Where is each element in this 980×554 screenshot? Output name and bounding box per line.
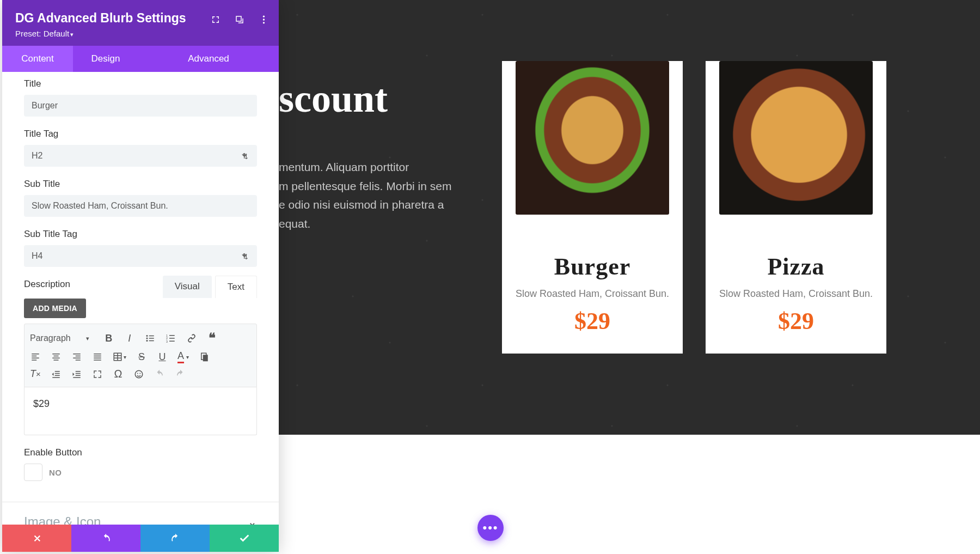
svg-rect-43 <box>76 375 81 376</box>
title-tag-select[interactable]: H2 ⇅ <box>24 145 257 167</box>
svg-rect-21 <box>52 358 60 359</box>
svg-rect-24 <box>76 356 81 357</box>
card-subtitle: Slow Roasted Ham, Croissant Bun. <box>502 288 683 300</box>
add-media-button[interactable]: ADD MEDIA <box>24 299 86 318</box>
svg-rect-12 <box>169 338 175 339</box>
svg-rect-17 <box>32 358 39 359</box>
align-left-icon[interactable] <box>30 352 41 362</box>
svg-rect-27 <box>94 354 101 355</box>
special-char-icon[interactable]: Ω <box>113 368 124 380</box>
section-image-icon[interactable]: Image & Icon ⌄ <box>24 502 257 525</box>
tab-advanced[interactable]: Advanced <box>138 46 279 72</box>
card-title: Burger <box>502 253 683 281</box>
table-icon[interactable]: ▾ <box>113 352 126 362</box>
emoji-icon[interactable] <box>133 369 144 379</box>
underline-icon[interactable]: U <box>157 351 168 363</box>
rich-text-toolbar: Paragraph▾ B I 123 ❝ ▾ S U A▾ T× <box>24 324 257 387</box>
redo-button[interactable] <box>140 525 210 552</box>
more-icon[interactable] <box>258 14 269 25</box>
cancel-button[interactable] <box>2 525 71 552</box>
svg-rect-29 <box>94 358 101 359</box>
food-card[interactable]: Pizza Slow Roasted Ham, Croissant Bun. $… <box>706 61 886 354</box>
subtitle-tag-value: H4 <box>32 251 42 260</box>
svg-rect-39 <box>55 375 60 376</box>
svg-rect-18 <box>32 360 36 361</box>
indent-icon[interactable] <box>71 369 82 379</box>
svg-rect-36 <box>203 355 208 361</box>
svg-rect-41 <box>76 371 81 372</box>
svg-rect-4 <box>149 336 154 337</box>
undo-icon[interactable] <box>154 369 165 379</box>
svg-rect-37 <box>55 371 60 372</box>
align-center-icon[interactable] <box>51 352 62 362</box>
card-price: $29 <box>502 307 683 335</box>
select-caret-icon: ⇅ <box>242 252 248 260</box>
expand-icon[interactable] <box>210 14 221 25</box>
section-title: Image & Icon <box>24 514 101 525</box>
text-color-icon[interactable]: A▾ <box>177 350 189 363</box>
card-row: Burger Slow Roasted Ham, Croissant Bun. … <box>502 61 886 354</box>
panel-body[interactable]: Title Title Tag H2 ⇅ Sub Title Sub Title… <box>2 72 279 525</box>
svg-rect-28 <box>94 356 101 357</box>
select-caret-icon: ⇅ <box>242 152 248 160</box>
svg-point-5 <box>146 338 148 339</box>
svg-rect-30 <box>94 360 101 361</box>
outdent-icon[interactable] <box>51 369 62 379</box>
numbered-list-icon[interactable]: 123 <box>166 333 176 343</box>
link-icon[interactable] <box>186 333 197 343</box>
title-input[interactable] <box>24 95 257 117</box>
card-image <box>719 61 873 215</box>
chevron-down-icon: ⌄ <box>248 515 257 525</box>
card-subtitle: Slow Roasted Ham, Croissant Bun. <box>706 288 886 300</box>
svg-point-1 <box>262 19 264 20</box>
editor-tab-visual[interactable]: Visual <box>163 276 212 298</box>
svg-point-47 <box>139 373 140 374</box>
svg-rect-20 <box>54 356 59 357</box>
responsive-icon[interactable] <box>234 14 245 25</box>
undo-button[interactable] <box>71 525 140 552</box>
align-justify-icon[interactable] <box>92 352 103 362</box>
paragraph-dropdown[interactable]: Paragraph▾ <box>30 333 94 343</box>
svg-point-3 <box>146 335 148 337</box>
bold-icon[interactable]: B <box>103 333 114 344</box>
svg-rect-15 <box>32 354 39 355</box>
paste-icon[interactable] <box>199 352 210 362</box>
subtitle-tag-select[interactable]: H4 ⇅ <box>24 245 257 267</box>
svg-rect-42 <box>76 373 81 374</box>
card-price: $29 <box>706 307 886 335</box>
bullet-list-icon[interactable] <box>145 333 156 343</box>
subtitle-input[interactable] <box>24 195 257 217</box>
svg-point-7 <box>146 340 148 342</box>
svg-rect-16 <box>32 356 36 357</box>
svg-rect-8 <box>149 340 154 342</box>
card-image <box>516 61 669 215</box>
blockquote-icon[interactable]: ❝ <box>207 331 218 346</box>
page-preview: scount mentum. Aliquam porttitor m pelle… <box>279 0 980 435</box>
panel-header: DG Advanced Blurb Settings Preset: Defau… <box>2 0 279 46</box>
title-tag-value: H2 <box>32 151 42 160</box>
food-card[interactable]: Burger Slow Roasted Ham, Croissant Bun. … <box>502 61 683 354</box>
italic-icon[interactable]: I <box>124 333 135 344</box>
title-tag-label: Title Tag <box>24 129 257 139</box>
redo-icon[interactable] <box>175 369 186 379</box>
tab-content[interactable]: Content <box>2 46 73 72</box>
enable-button-toggle[interactable] <box>24 464 42 481</box>
svg-rect-44 <box>73 377 81 378</box>
clear-format-icon[interactable]: T× <box>30 368 41 380</box>
title-label: Title <box>24 78 257 89</box>
preset-selector[interactable]: Preset: Default▾ <box>15 29 266 38</box>
svg-rect-26 <box>76 360 81 361</box>
save-button[interactable] <box>210 525 279 552</box>
align-right-icon[interactable] <box>71 352 82 362</box>
floating-action-button[interactable]: ••• <box>477 515 504 541</box>
svg-point-0 <box>262 16 264 17</box>
svg-point-46 <box>137 373 138 374</box>
rich-text-editor[interactable]: $29 <box>24 387 257 435</box>
editor-tab-text[interactable]: Text <box>215 276 257 298</box>
strikethrough-icon[interactable]: S <box>136 351 147 363</box>
tab-design[interactable]: Design <box>73 46 138 72</box>
svg-text:3: 3 <box>166 340 168 343</box>
fullscreen-icon[interactable] <box>92 369 103 379</box>
caret-down-icon: ▾ <box>70 31 74 38</box>
svg-rect-22 <box>54 360 59 361</box>
